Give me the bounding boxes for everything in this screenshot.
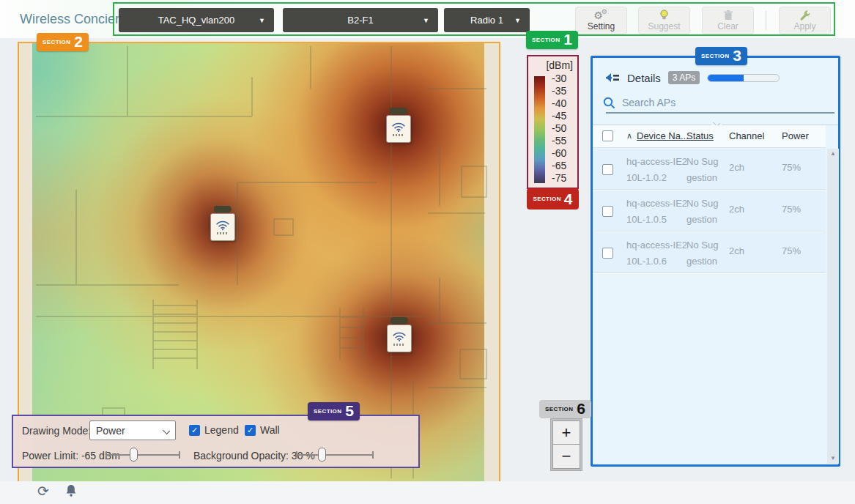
toolbar-divider — [766, 11, 766, 30]
ap-mount-icon — [391, 317, 408, 324]
column-header-device-name[interactable]: Device Na... — [637, 130, 689, 141]
cell-power: 75% — [782, 245, 801, 256]
lightbulb-icon — [659, 10, 669, 21]
search-underline — [606, 112, 834, 114]
wifi-ap-icon — [210, 213, 235, 241]
legend-colorbar — [534, 76, 545, 183]
ap-icon-size-slider-fill — [708, 75, 744, 81]
cell-power: 75% — [782, 162, 801, 173]
wall-checkbox[interactable]: ✓ Wall — [245, 424, 280, 436]
bg-opacity-slider[interactable] — [296, 448, 374, 462]
access-point-1[interactable] — [385, 108, 412, 144]
slider-end-tick — [296, 451, 297, 459]
refresh-icon[interactable]: ⟳ — [37, 483, 49, 500]
scroll-down-icon[interactable]: ▼ — [830, 456, 836, 462]
clear-button[interactable]: Clear — [702, 7, 754, 34]
wifi-ap-icon — [387, 325, 412, 352]
cell-device-name: hq-access-IE210L-1.0.6 — [626, 237, 689, 270]
chevron-down-icon: ▼ — [514, 17, 521, 24]
apply-button[interactable]: Apply — [779, 7, 831, 34]
notification-bell-icon[interactable] — [65, 484, 77, 497]
legend-tick: -50 — [552, 122, 577, 134]
ap-table-header: ∧ Device Na... Status Channel Power — [593, 125, 826, 148]
scroll-up-icon[interactable]: ▲ — [830, 151, 836, 157]
wireless-concierge-app: Wireless Concierge TAC_HQ_vlan200 ▼ B2-F… — [0, 0, 855, 504]
section-1-tag: SECTION1 — [526, 31, 578, 49]
legend-checkbox-label: Legend — [204, 424, 239, 436]
toolbar-section-box: TAC_HQ_vlan200 ▼ B2-F1 ▼ Radio 1 ▼ ⚙⚙ Se… — [113, 2, 835, 36]
setting-button[interactable]: ⚙⚙ Setting — [575, 7, 627, 34]
legend-tick: -45 — [552, 110, 577, 122]
drawing-mode-value: Power — [96, 425, 125, 437]
slider-track — [296, 454, 374, 456]
legend-tick: -30 — [552, 73, 577, 84]
drawing-mode-select[interactable]: Power — [89, 420, 176, 440]
search-row — [603, 94, 830, 111]
column-header-channel: Channel — [729, 130, 764, 141]
row-checkbox[interactable] — [602, 164, 613, 175]
zoom-in-button[interactable]: + — [552, 420, 580, 445]
radio-select[interactable]: Radio 1 ▼ — [444, 8, 530, 32]
floor-select-value: B2-F1 — [347, 15, 373, 26]
search-input[interactable] — [622, 97, 830, 108]
collapse-panel-icon[interactable] — [604, 72, 620, 84]
chevron-down-icon — [163, 427, 170, 434]
power-limit-slider[interactable] — [106, 448, 180, 462]
section-5-tag: SECTION5 — [308, 402, 360, 420]
ap-mount-icon — [214, 206, 232, 212]
slider-track — [106, 454, 180, 456]
legend-checkbox[interactable]: ✓ Legend — [189, 424, 239, 436]
network-select-value: TAC_HQ_vlan200 — [158, 15, 235, 26]
slider-end-tick — [106, 451, 107, 459]
apply-button-label: Apply — [793, 21, 815, 32]
row-checkbox[interactable] — [602, 206, 613, 217]
table-row[interactable]: hq-access-IE210L-1.0.2 No Suggestion 2ch… — [593, 149, 826, 190]
clear-button-label: Clear — [717, 21, 739, 32]
zoom-out-button[interactable]: − — [552, 445, 580, 469]
table-row[interactable]: hq-access-IE210L-1.0.6 No Suggestion 2ch… — [593, 232, 826, 274]
ap-table-body: hq-access-IE210L-1.0.2 No Suggestion 2ch… — [593, 149, 826, 274]
zoom-controls: + − — [550, 418, 582, 471]
checkbox-checked-icon: ✓ — [245, 425, 256, 436]
access-point-2[interactable] — [210, 206, 236, 242]
ap-ports — [217, 232, 229, 234]
gear-icon: ⚙⚙ — [593, 10, 609, 21]
floor-select[interactable]: B2-F1 ▼ — [283, 8, 438, 32]
section-3-tag: SECTION3 — [695, 47, 747, 65]
details-row: Details 3 APs — [604, 70, 780, 86]
chevron-down-icon: ▼ — [259, 17, 265, 24]
checkbox-checked-icon: ✓ — [189, 425, 200, 436]
legend-tick: -35 — [552, 85, 577, 97]
header-bar: Wireless Concierge TAC_HQ_vlan200 ▼ B2-F… — [0, 0, 855, 38]
sort-ascending-icon[interactable]: ∧ — [626, 131, 632, 141]
legend-ticks: -30 -35 -40 -45 -50 -55 -60 -65 -75 — [552, 73, 577, 184]
slider-thumb[interactable] — [130, 448, 138, 462]
dbm-legend: [dBm] -30 -35 -40 -45 -50 -55 -60 -65 -7… — [527, 55, 579, 189]
cell-status: No Suggestion — [686, 154, 723, 186]
legend-tick: -55 — [552, 135, 577, 147]
wifi-ap-icon — [386, 115, 411, 143]
ap-ports — [393, 134, 404, 136]
slider-thumb[interactable] — [318, 448, 326, 462]
ap-count-badge[interactable]: 3 APs — [668, 71, 700, 84]
select-all-checkbox[interactable] — [602, 130, 613, 141]
suggest-button[interactable]: Suggest — [638, 7, 690, 34]
drawing-controls-panel: Drawing Mode: Power ✓ Legend ✓ Wall Powe… — [12, 415, 420, 468]
cell-channel: 2ch — [729, 204, 744, 215]
legend-tick: -40 — [552, 97, 577, 109]
access-point-3[interactable] — [386, 317, 412, 354]
table-row[interactable]: hq-access-IE210L-1.0.5 No Suggestion 2ch… — [593, 190, 826, 232]
table-scrollbar[interactable]: ▲ ▼ — [827, 149, 839, 464]
collapse-table-chevron-icon[interactable] — [711, 119, 722, 125]
network-select[interactable]: TAC_HQ_vlan200 ▼ — [119, 8, 274, 32]
search-icon — [603, 97, 615, 109]
legend-title: [dBm] — [546, 59, 573, 71]
column-header-status[interactable]: Status — [686, 130, 714, 141]
wrench-icon — [799, 10, 810, 21]
legend-tick: -75 — [552, 172, 577, 184]
ap-list-panel: Details 3 APs ∧ Device Na... Status Chan… — [591, 56, 840, 467]
slider-end-tick — [372, 451, 374, 459]
cell-channel: 2ch — [729, 162, 744, 173]
row-checkbox[interactable] — [602, 248, 613, 259]
ap-icon-size-slider[interactable] — [707, 74, 780, 82]
